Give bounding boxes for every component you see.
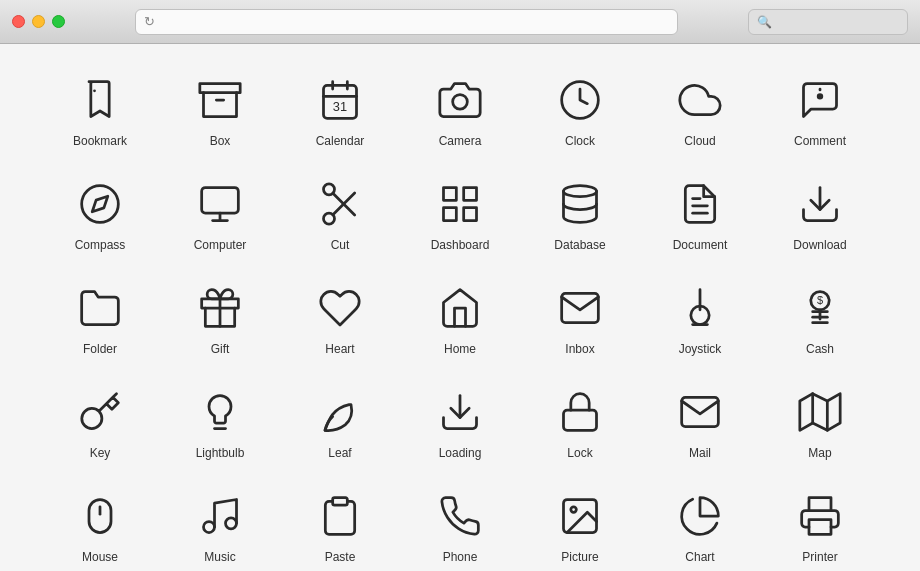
icon-label-mouse: Mouse	[82, 550, 118, 564]
icon-item-database[interactable]: Database	[520, 168, 640, 262]
chart-icon	[674, 490, 726, 542]
icon-label-calendar: Calendar	[316, 134, 365, 148]
svg-rect-21	[444, 188, 457, 201]
icon-item-printer[interactable]: Printer	[760, 480, 880, 571]
icon-item-cloud[interactable]: Cloud	[640, 64, 760, 158]
bookmark-icon	[74, 74, 126, 126]
icon-item-compass[interactable]: Compass	[40, 168, 160, 262]
document-icon	[674, 178, 726, 230]
icon-item-mail[interactable]: Mail	[640, 376, 760, 470]
leaf-icon	[314, 386, 366, 438]
phone-icon	[434, 490, 486, 542]
icon-item-folder[interactable]: Folder	[40, 272, 160, 366]
maximize-button[interactable]	[52, 15, 65, 28]
calendar-icon: 31	[314, 74, 366, 126]
svg-text:$: $	[817, 294, 823, 306]
icon-item-loading[interactable]: Loading	[400, 376, 520, 470]
icon-label-computer: Computer	[194, 238, 247, 252]
icon-item-bookmark[interactable]: Bookmark	[40, 64, 160, 158]
traffic-lights	[12, 15, 65, 28]
icon-item-leaf[interactable]: Leaf	[280, 376, 400, 470]
icon-item-lock[interactable]: Lock	[520, 376, 640, 470]
svg-rect-43	[564, 410, 597, 430]
icon-item-music[interactable]: Music	[160, 480, 280, 571]
url-bar[interactable]: ↻	[135, 9, 678, 35]
icon-label-box: Box	[210, 134, 231, 148]
icon-item-heart[interactable]: Heart	[280, 272, 400, 366]
icon-label-phone: Phone	[443, 550, 478, 564]
camera-icon	[434, 74, 486, 126]
icon-item-mouse[interactable]: Mouse	[40, 480, 160, 571]
icon-item-camera[interactable]: Camera	[400, 64, 520, 158]
picture-icon	[554, 490, 606, 542]
icon-label-printer: Printer	[802, 550, 837, 564]
minimize-button[interactable]	[32, 15, 45, 28]
icon-label-home: Home	[444, 342, 476, 356]
icon-item-phone[interactable]: Phone	[400, 480, 520, 571]
icon-item-calendar[interactable]: 31 Calendar	[280, 64, 400, 158]
search-bar[interactable]: 🔍	[748, 9, 908, 35]
icon-label-camera: Camera	[439, 134, 482, 148]
icon-label-paste: Paste	[325, 550, 356, 564]
icon-label-leaf: Leaf	[328, 446, 351, 460]
icon-label-comment: Comment	[794, 134, 846, 148]
icon-item-document[interactable]: Document	[640, 168, 760, 262]
map-icon	[794, 386, 846, 438]
icon-label-database: Database	[554, 238, 605, 252]
svg-rect-24	[464, 208, 477, 221]
icon-label-heart: Heart	[325, 342, 354, 356]
icon-item-picture[interactable]: Picture	[520, 480, 640, 571]
svg-point-50	[226, 518, 237, 529]
icon-label-download: Download	[793, 238, 846, 252]
icon-item-gift[interactable]: Gift	[160, 272, 280, 366]
paste-icon	[314, 490, 366, 542]
icon-label-joystick: Joystick	[679, 342, 722, 356]
cut-icon	[314, 178, 366, 230]
computer-icon	[194, 178, 246, 230]
svg-rect-54	[809, 520, 831, 535]
printer-icon	[794, 490, 846, 542]
music-icon	[194, 490, 246, 542]
mouse-icon	[74, 490, 126, 542]
icon-item-paste[interactable]: Paste	[280, 480, 400, 571]
icon-label-key: Key	[90, 446, 111, 460]
mail-icon	[674, 386, 726, 438]
icon-item-key[interactable]: Key	[40, 376, 160, 470]
icon-item-comment[interactable]: Comment	[760, 64, 880, 158]
icon-item-cut[interactable]: Cut	[280, 168, 400, 262]
icon-item-dashboard[interactable]: Dashboard	[400, 168, 520, 262]
search-icon: 🔍	[757, 15, 772, 29]
inbox-icon	[554, 282, 606, 334]
icon-item-inbox[interactable]: Inbox	[520, 272, 640, 366]
icon-item-computer[interactable]: Computer	[160, 168, 280, 262]
icon-item-map[interactable]: Map	[760, 376, 880, 470]
box-icon	[194, 74, 246, 126]
refresh-icon[interactable]: ↻	[144, 14, 155, 29]
download-icon	[794, 178, 846, 230]
icon-label-bookmark: Bookmark	[73, 134, 127, 148]
svg-rect-1	[200, 84, 240, 93]
icon-item-cash[interactable]: $ Cash	[760, 272, 880, 366]
icon-label-cash: Cash	[806, 342, 834, 356]
close-button[interactable]	[12, 15, 25, 28]
svg-text:31: 31	[333, 99, 347, 114]
icon-item-chart[interactable]: Chart	[640, 480, 760, 571]
cash-icon: $	[794, 282, 846, 334]
joystick-icon	[674, 282, 726, 334]
folder-icon	[74, 282, 126, 334]
icon-item-lightbulb[interactable]: Lightbulb	[160, 376, 280, 470]
icon-item-box[interactable]: Box	[160, 64, 280, 158]
icon-item-home[interactable]: Home	[400, 272, 520, 366]
svg-point-8	[453, 95, 468, 110]
icon-label-cloud: Cloud	[684, 134, 715, 148]
dashboard-icon	[434, 178, 486, 230]
heart-icon	[314, 282, 366, 334]
titlebar: ↻ 🔍	[0, 0, 920, 44]
icon-item-clock[interactable]: Clock	[520, 64, 640, 158]
svg-point-10	[818, 95, 822, 99]
svg-rect-14	[202, 188, 239, 214]
icon-item-joystick[interactable]: Joystick	[640, 272, 760, 366]
svg-rect-51	[333, 498, 348, 505]
icon-item-download[interactable]: Download	[760, 168, 880, 262]
icon-label-picture: Picture	[561, 550, 598, 564]
